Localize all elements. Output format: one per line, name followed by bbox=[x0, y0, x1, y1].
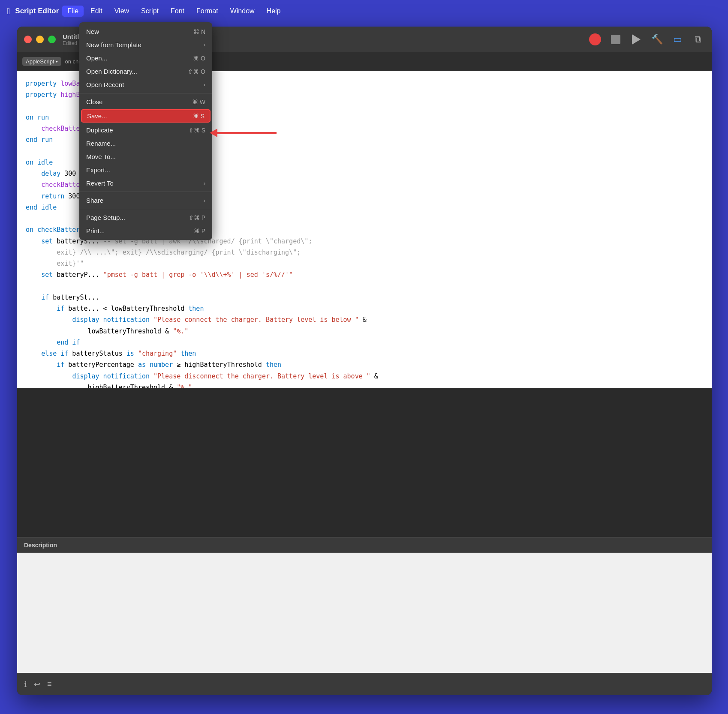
separator-1 bbox=[79, 93, 212, 93]
menu-print-shortcut: ⌘ P bbox=[194, 228, 205, 234]
share-arrow-icon: › bbox=[204, 197, 205, 204]
menu-open-label: Open... bbox=[86, 54, 107, 62]
dropdown-overlay: New ⌘ N New from Template › Open... ⌘ O … bbox=[0, 0, 728, 714]
menu-new-template[interactable]: New from Template › bbox=[79, 38, 212, 51]
menu-rename-label: Rename... bbox=[86, 140, 116, 147]
menu-new-shortcut: ⌘ N bbox=[193, 28, 205, 35]
menu-revert-to[interactable]: Revert To › bbox=[79, 177, 212, 190]
menu-open[interactable]: Open... ⌘ O bbox=[79, 51, 212, 65]
file-dropdown-menu: New ⌘ N New from Template › Open... ⌘ O … bbox=[79, 22, 212, 240]
menu-duplicate-shortcut: ⇧⌘ S bbox=[189, 127, 205, 134]
menu-move-to-label: Move To... bbox=[86, 153, 116, 160]
arrowhead-icon bbox=[210, 129, 217, 137]
menu-open-recent[interactable]: Open Recent › bbox=[79, 78, 212, 91]
separator-3 bbox=[79, 209, 212, 209]
menu-page-setup-label: Page Setup... bbox=[86, 214, 125, 221]
menu-share-label: Share bbox=[86, 197, 103, 204]
arrow-body bbox=[217, 132, 277, 134]
menu-save-label: Save... bbox=[87, 112, 107, 120]
menu-revert-to-label: Revert To bbox=[86, 180, 114, 187]
revert-to-arrow-icon: › bbox=[204, 180, 205, 186]
open-recent-arrow-icon: › bbox=[204, 81, 205, 88]
submenu-arrow-icon: › bbox=[204, 42, 205, 48]
separator-2 bbox=[79, 192, 212, 192]
menu-new[interactable]: New ⌘ N bbox=[79, 25, 212, 38]
menu-save-shortcut: ⌘ S bbox=[193, 113, 205, 120]
menu-close-shortcut: ⌘ W bbox=[192, 99, 205, 105]
menu-rename[interactable]: Rename... bbox=[79, 137, 212, 150]
menu-open-dict-shortcut: ⇧⌘ O bbox=[188, 68, 205, 75]
menu-page-setup-shortcut: ⇧⌘ P bbox=[189, 214, 205, 221]
menu-open-dict-label: Open Dictionary... bbox=[86, 68, 137, 75]
menu-close-label: Close bbox=[86, 98, 102, 105]
menu-duplicate-label: Duplicate bbox=[86, 126, 113, 134]
menu-export-label: Export... bbox=[86, 166, 110, 174]
menu-close[interactable]: Close ⌘ W bbox=[79, 95, 212, 108]
menu-print-label: Print... bbox=[86, 227, 105, 234]
menu-open-dictionary[interactable]: Open Dictionary... ⇧⌘ O bbox=[79, 65, 212, 78]
menu-new-template-label: New from Template bbox=[86, 41, 141, 48]
menu-page-setup[interactable]: Page Setup... ⇧⌘ P bbox=[79, 211, 212, 224]
menu-share[interactable]: Share › bbox=[79, 194, 212, 207]
menu-open-recent-label: Open Recent bbox=[86, 81, 124, 88]
menu-duplicate[interactable]: Duplicate ⇧⌘ S bbox=[79, 123, 212, 137]
menu-export[interactable]: Export... bbox=[79, 163, 212, 177]
menu-print[interactable]: Print... ⌘ P bbox=[79, 224, 212, 237]
menu-open-shortcut: ⌘ O bbox=[193, 55, 205, 62]
menu-save[interactable]: Save... ⌘ S bbox=[81, 109, 211, 123]
menu-move-to[interactable]: Move To... bbox=[79, 150, 212, 163]
arrow-annotation bbox=[217, 132, 277, 134]
menu-new-label: New bbox=[86, 28, 99, 35]
